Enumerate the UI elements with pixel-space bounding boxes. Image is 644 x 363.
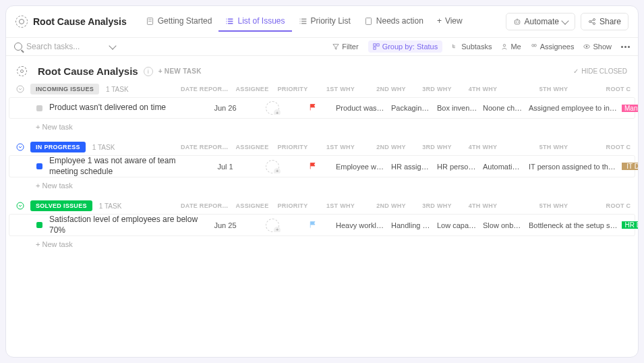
- cell-date: Jul 1: [198, 163, 252, 171]
- filter-button[interactable]: Filter: [332, 43, 358, 51]
- cell-why1: Heavy workload: [333, 221, 388, 229]
- col-date: DATE REPORTED: [178, 86, 232, 92]
- assignee-avatar: [266, 219, 279, 232]
- automate-button[interactable]: Automate: [506, 13, 575, 30]
- tab-label: Priority List: [311, 16, 351, 26]
- cell-assignee[interactable]: [252, 160, 293, 173]
- col-root: ROOT C: [602, 86, 635, 92]
- col-date: DATE REPORTED: [178, 202, 232, 209]
- cell-root-cause: HR Depa: [622, 221, 638, 229]
- cell-assignee[interactable]: [252, 219, 293, 232]
- list-icon: [225, 17, 234, 26]
- app-window: Root Cause Analysis Getting Started List…: [5, 5, 639, 358]
- status-pill[interactable]: SOLVED ISSUES: [30, 200, 92, 211]
- check-icon: ✓: [573, 67, 579, 75]
- toolbar: Search tasks... Filter Group by: Status …: [6, 38, 638, 56]
- collapse-toggle[interactable]: [16, 84, 25, 94]
- svg-point-33: [17, 86, 24, 92]
- add-task-button[interactable]: + New task: [9, 236, 635, 248]
- status-square: [36, 163, 42, 169]
- svg-rect-27: [373, 47, 375, 49]
- collapse-toggle[interactable]: [16, 201, 25, 211]
- hide-closed-button[interactable]: ✓ HIDE CLOSED: [573, 67, 627, 75]
- add-task-button[interactable]: + New task: [9, 119, 635, 131]
- tab-needs-action[interactable]: Needs action: [357, 11, 430, 32]
- show-button[interactable]: Show: [583, 43, 612, 51]
- cell-why5: Bottleneck at the setup stage of onb...: [526, 221, 622, 229]
- cell-why1: Product was not re...: [333, 104, 388, 112]
- col-why5: 5TH WHY: [506, 86, 602, 92]
- col-priority: PRIORITY: [272, 86, 313, 92]
- col-why5: 5TH WHY: [506, 202, 602, 209]
- flag-icon: [309, 103, 317, 111]
- status-group: IN PROGRESS 1 TASK DATE REPORTED ASSIGNE…: [9, 142, 635, 190]
- task-row[interactable]: Employee 1 was not aware of team meeting…: [9, 155, 635, 177]
- add-task-button[interactable]: + New task: [9, 177, 635, 190]
- col-why4: 4TH WHY: [460, 144, 506, 150]
- page-title: Root Cause Analysis: [38, 65, 138, 77]
- status-pill[interactable]: IN PROGRESS: [30, 142, 86, 152]
- more-button[interactable]: [621, 46, 630, 48]
- tool-label: Me: [510, 43, 521, 51]
- group-icon: [373, 43, 380, 50]
- col-priority: PRIORITY: [272, 202, 313, 209]
- task-name: Satisfaction level of employees are belo…: [49, 215, 198, 235]
- svg-rect-15: [365, 18, 371, 24]
- add-view-button[interactable]: + View: [430, 11, 469, 32]
- task-name: Product wasn't delivered on time: [49, 103, 166, 113]
- col-why2: 2ND WHY: [368, 86, 414, 92]
- svg-point-35: [17, 202, 24, 209]
- task-count: 1 TASK: [92, 144, 115, 151]
- col-why3: 3RD WHY: [414, 144, 460, 150]
- chevron-down-icon: [561, 17, 568, 24]
- tab-getting-started[interactable]: Getting Started: [139, 11, 219, 32]
- cell-why2: HR assigned t...: [388, 163, 434, 171]
- task-row[interactable]: Satisfaction level of employees are belo…: [9, 214, 635, 236]
- svg-point-28: [504, 45, 506, 47]
- share-button[interactable]: Share: [581, 13, 628, 30]
- tool-label: Show: [593, 43, 612, 51]
- plus-icon: +: [437, 16, 442, 26]
- status-square: [36, 222, 42, 228]
- cell-why4: Slow onboard...: [480, 221, 526, 229]
- list-icon: [299, 17, 308, 26]
- cell-priority[interactable]: [293, 162, 333, 171]
- cell-root-cause: Manpo: [622, 105, 638, 112]
- status-square: [36, 105, 42, 111]
- svg-point-18: [517, 22, 519, 23]
- cell-date: Jun 25: [198, 221, 252, 229]
- cell-priority[interactable]: [293, 221, 333, 230]
- tab-priority-list[interactable]: Priority List: [292, 11, 357, 32]
- new-task-button[interactable]: + NEW TASK: [158, 67, 202, 75]
- tab-list-of-issues[interactable]: List of Issues: [218, 11, 291, 32]
- tool-label: Subtasks: [461, 43, 492, 51]
- cell-why1: Employee was not ...: [333, 163, 388, 171]
- status-pill[interactable]: INCOMING ISSUES: [30, 84, 99, 94]
- col-why1: 1ST WHY: [313, 144, 368, 150]
- eye-icon: [583, 43, 590, 50]
- col-why2: 2ND WHY: [368, 144, 414, 150]
- groupby-button[interactable]: Group by: Status: [368, 40, 443, 53]
- assignees-button[interactable]: Assignees: [531, 43, 575, 51]
- col-why3: 3RD WHY: [414, 86, 460, 92]
- collapse-toggle[interactable]: [16, 142, 25, 152]
- cell-assignee[interactable]: [252, 101, 293, 115]
- tool-label: Filter: [342, 43, 358, 51]
- task-count: 1 TASK: [99, 202, 122, 210]
- task-name: Employee 1 was not aware of team meeting…: [49, 156, 198, 177]
- subtasks-button[interactable]: Subtasks: [452, 43, 492, 51]
- task-row[interactable]: Product wasn't delivered on time Jun 26 …: [9, 97, 635, 119]
- svg-point-34: [17, 144, 24, 150]
- cell-priority[interactable]: [293, 103, 333, 113]
- svg-point-32: [586, 46, 588, 48]
- col-root: ROOT C: [602, 202, 635, 209]
- assignee-avatar: [266, 160, 279, 173]
- me-button[interactable]: Me: [501, 43, 521, 51]
- status-group: SOLVED ISSUES 1 TASK DATE REPORTED ASSIG…: [9, 200, 635, 248]
- status-group: INCOMING ISSUES 1 TASK DATE REPORTED ASS…: [9, 84, 635, 131]
- person-icon: [501, 43, 508, 50]
- col-why1: 1ST WHY: [313, 86, 368, 92]
- tab-label: List of Issues: [237, 16, 285, 26]
- info-icon[interactable]: i: [144, 67, 153, 76]
- search-input[interactable]: Search tasks...: [14, 42, 115, 51]
